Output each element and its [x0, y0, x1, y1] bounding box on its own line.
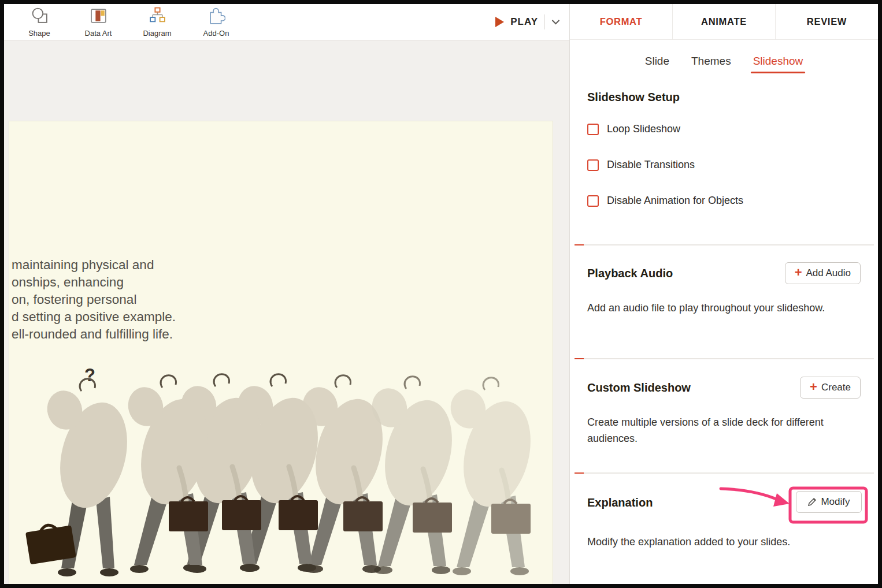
play-control: PLAY [495, 4, 560, 40]
toolbar-item-add-on[interactable]: Add-On [194, 7, 239, 38]
tab-animate[interactable]: ANIMATE [672, 4, 775, 39]
toolbar-item-label: Add-On [203, 29, 229, 38]
slide-text-line: d setting a positive example. [12, 308, 176, 326]
playback-audio-title: Playback Audio [587, 267, 673, 280]
modify-label: Modify [821, 496, 850, 508]
section-divider [575, 358, 874, 359]
pencil-icon [807, 497, 817, 507]
add-audio-button[interactable]: + Add Audio [785, 262, 861, 284]
loop-slideshow-option[interactable]: Loop Slideshow [587, 123, 680, 135]
add-on-icon [207, 7, 225, 27]
disable-transitions-label: Disable Transitions [607, 159, 695, 171]
panel-tabbar: FORMAT ANIMATE REVIEW [570, 4, 878, 40]
subtab-themes[interactable]: Themes [691, 55, 731, 73]
plus-icon: + [795, 266, 802, 279]
create-button[interactable]: + Create [800, 377, 861, 399]
subtab-slideshow[interactable]: Slideshow [753, 55, 803, 73]
toolbar-items: Shape Data Art [17, 7, 239, 38]
data-art-icon [90, 7, 108, 27]
slide-text-line: onships, enhancing [12, 274, 176, 291]
disable-transitions-option[interactable]: Disable Transitions [587, 159, 695, 171]
toolbar-item-label: Shape [28, 29, 50, 38]
section-divider [575, 244, 874, 245]
modify-button[interactable]: Modify [796, 491, 862, 513]
toolbar-item-shape[interactable]: Shape [17, 7, 62, 38]
shape-icon [31, 7, 49, 27]
panel-subtabs: Slide Themes Slideshow [570, 55, 878, 73]
play-button[interactable]: PLAY [510, 16, 538, 28]
businessmen-illustration [9, 364, 553, 584]
toolbar-item-label: Diagram [143, 29, 171, 38]
explanation-title: Explanation [587, 496, 653, 509]
slide-canvas[interactable]: maintaining physical and onships, enhanc… [9, 121, 553, 584]
format-panel: FORMAT ANIMATE REVIEW Slide Themes Slide… [569, 4, 878, 584]
create-label: Create [821, 382, 851, 393]
tab-format[interactable]: FORMAT [570, 4, 672, 39]
subtab-slide[interactable]: Slide [645, 55, 669, 73]
ground-briefcase [25, 522, 76, 564]
play-icon[interactable] [495, 17, 504, 27]
app-window: Shape Data Art [0, 0, 882, 588]
diagram-icon [149, 7, 166, 27]
slide-text-block: maintaining physical and onships, enhanc… [12, 256, 176, 343]
toolbar-item-data-art[interactable]: Data Art [76, 7, 121, 38]
loop-slideshow-label: Loop Slideshow [607, 123, 680, 135]
slide-text-line: ell-rounded and fulfilling life. [12, 326, 176, 343]
toolbar: Shape Data Art [4, 4, 569, 40]
loop-slideshow-checkbox[interactable] [587, 124, 599, 135]
add-audio-label: Add Audio [806, 267, 851, 279]
play-separator [544, 14, 545, 29]
disable-animation-option[interactable]: Disable Animation for Objects [587, 195, 743, 207]
playback-audio-description: Add an audio file to play throughout you… [587, 300, 852, 316]
custom-slideshow-description: Create multiple versions of a slide deck… [587, 414, 852, 446]
disable-animation-checkbox[interactable] [587, 195, 599, 207]
disable-animation-label: Disable Animation for Objects [607, 195, 743, 207]
disable-transitions-checkbox[interactable] [587, 159, 599, 171]
slideshow-setup-title: Slideshow Setup [587, 91, 680, 104]
custom-slideshow-title: Custom Slideshow [587, 381, 691, 395]
chevron-down-icon[interactable] [551, 17, 560, 27]
slide-text-line: on, fostering personal [12, 291, 176, 308]
slide-text-line: maintaining physical and [12, 256, 176, 274]
section-divider [575, 472, 874, 474]
plus-icon: + [810, 381, 817, 393]
explanation-description: Modify the explanation added to your sli… [587, 534, 852, 550]
toolbar-item-label: Data Art [85, 29, 112, 38]
toolbar-item-diagram[interactable]: Diagram [135, 7, 180, 38]
tab-review[interactable]: REVIEW [775, 4, 878, 39]
